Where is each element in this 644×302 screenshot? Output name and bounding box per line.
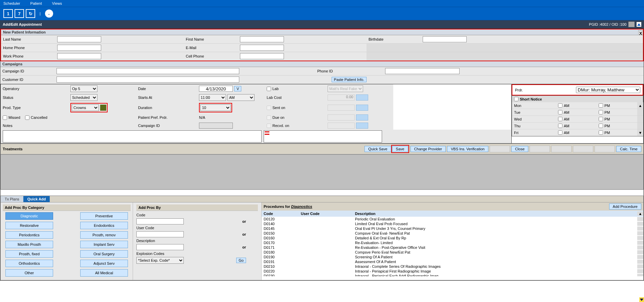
customer-id-input[interactable] xyxy=(57,77,239,83)
sched-scrollbar[interactable] xyxy=(637,109,643,116)
proc-scrollbar[interactable] xyxy=(637,264,643,268)
user-code-input[interactable] xyxy=(136,231,184,237)
sched-pm-checkbox[interactable] xyxy=(599,103,603,108)
category-button[interactable]: Diagnostic xyxy=(5,212,53,220)
proc-scrollbar[interactable] xyxy=(637,222,643,226)
category-button[interactable]: Preventive xyxy=(80,212,128,220)
duration-select[interactable]: 10 xyxy=(200,104,231,111)
procedure-row[interactable]: D0140Limited Oral Eval Prob Focused xyxy=(262,221,643,226)
starts-hour-select[interactable]: 11:00 xyxy=(199,94,226,101)
due-on-slot[interactable] xyxy=(356,114,368,121)
sched-am-checkbox[interactable] xyxy=(558,110,562,114)
proc-scrollbar[interactable] xyxy=(637,231,643,235)
lab-cost-slot[interactable] xyxy=(356,94,368,101)
category-button[interactable]: Implant Serv xyxy=(80,241,128,248)
expand-icon[interactable]: ⌄ xyxy=(45,9,53,18)
proc-scrollbar[interactable] xyxy=(637,274,643,276)
procedure-row[interactable]: D0171Re-Evaluation - Post-Operative Offi… xyxy=(262,245,643,250)
menu-scheduler[interactable]: Scheduler xyxy=(3,1,20,5)
proc-scrollbar[interactable] xyxy=(637,260,643,264)
procedure-row[interactable]: D0120Periodic Oral Evaluation xyxy=(262,217,643,221)
procedure-row[interactable]: D0160Detailed & Ext Oral Eval By Rp xyxy=(262,236,643,240)
procedure-row[interactable]: D0191Assessment Of A Patient xyxy=(262,259,643,264)
notes-textarea[interactable] xyxy=(3,130,262,143)
procedure-row[interactable]: D0170Re-Evaluation- Limited xyxy=(262,240,643,245)
proc-scrollbar[interactable] xyxy=(637,269,643,273)
tab-tx-plans[interactable]: Tx Plans xyxy=(1,196,23,202)
missed-checkbox[interactable] xyxy=(3,115,7,120)
category-button[interactable]: Adjunct Serv xyxy=(80,260,128,267)
add-procedure-button[interactable]: Add Procedure xyxy=(609,203,641,210)
category-button[interactable]: Oral Surgery xyxy=(80,250,128,258)
procedure-row[interactable]: D0210Intraoral - Complete Series Of Radi… xyxy=(262,264,643,269)
flag-box[interactable] xyxy=(264,130,382,143)
lab-checkbox[interactable] xyxy=(267,87,271,91)
proc-scrollbar[interactable] xyxy=(637,226,643,231)
first-name-input[interactable] xyxy=(240,36,284,42)
date-input[interactable] xyxy=(199,86,233,92)
sched-am-checkbox[interactable] xyxy=(558,117,562,121)
category-button[interactable]: Restorative xyxy=(5,222,53,229)
code-input[interactable] xyxy=(136,218,184,224)
procedure-row[interactable]: D0180Compsve Perio Eval New/Est Pat xyxy=(262,250,643,255)
phone-id-input[interactable] xyxy=(385,68,460,74)
proc-scrollbar[interactable] xyxy=(637,241,643,245)
procedure-row[interactable]: D0145Oral Eval Pt Under 3 Yrs, Counsel P… xyxy=(262,226,643,231)
change-provider-button[interactable]: Change Provider xyxy=(410,146,446,152)
day-view-icon[interactable]: 1 xyxy=(3,9,13,18)
collapse-up-icon[interactable] xyxy=(637,22,641,27)
category-button[interactable]: All Medical xyxy=(80,269,128,277)
sched-pm-checkbox[interactable] xyxy=(599,110,603,114)
proc-scrollbar[interactable] xyxy=(637,255,643,259)
sent-on-slot[interactable] xyxy=(356,105,368,111)
close-icon[interactable]: X xyxy=(638,30,643,35)
proc-scrollbar[interactable] xyxy=(637,245,643,250)
vbs-verification-button[interactable]: VBS Ins. Verification xyxy=(447,146,488,152)
sched-am-checkbox[interactable] xyxy=(558,130,562,135)
menu-patient[interactable]: Patient xyxy=(30,1,42,5)
procedure-row[interactable]: D0220Intraoral - Periapical First Radiog… xyxy=(262,269,643,274)
last-name-input[interactable] xyxy=(57,36,101,42)
sched-am-checkbox[interactable] xyxy=(558,124,562,128)
operatory-select[interactable]: Op 5 xyxy=(70,85,97,92)
date-v-button[interactable]: V xyxy=(234,86,241,91)
starts-ampm-select[interactable]: AM xyxy=(227,94,254,101)
home-phone-input[interactable] xyxy=(57,45,101,51)
proc-scrollbar[interactable] xyxy=(637,250,643,254)
prod-type-select[interactable]: Crowns xyxy=(72,104,99,111)
proc-scrollbar[interactable] xyxy=(637,217,643,221)
procedure-row[interactable]: D0190Screening Of A Patient xyxy=(262,255,643,259)
cancelled-checkbox[interactable] xyxy=(25,115,29,120)
print-icon[interactable] xyxy=(628,22,635,27)
cell-phone-input[interactable] xyxy=(240,53,284,59)
recvd-on-slot[interactable] xyxy=(356,123,368,129)
sched-pm-checkbox[interactable] xyxy=(599,124,603,128)
prdr-select[interactable]: DMur: Murray, Matthew xyxy=(576,87,640,93)
week-view-icon[interactable]: 7 xyxy=(15,9,24,18)
category-button[interactable]: Maxillo Prosth xyxy=(5,241,53,248)
sched-scrollbar[interactable]: ▼ xyxy=(637,129,643,136)
menu-views[interactable]: Views xyxy=(52,1,62,5)
quick-save-button[interactable]: Quick Save xyxy=(364,146,391,152)
status-select[interactable]: Scheduled xyxy=(70,94,97,101)
sched-scrollbar[interactable] xyxy=(637,123,643,129)
paste-patient-button[interactable]: Paste Patient Info. xyxy=(332,77,367,82)
tab-quick-add[interactable]: Quick Add xyxy=(23,196,50,202)
calc-time-button[interactable]: Calc. Time xyxy=(616,146,641,152)
procedure-row[interactable]: D0230Intraoral - Periapical Each Addl Ra… xyxy=(262,274,643,276)
sched-pm-checkbox[interactable] xyxy=(599,117,603,121)
short-notice-checkbox[interactable] xyxy=(514,97,518,101)
proc-scrollbar[interactable] xyxy=(637,236,643,240)
work-phone-input[interactable] xyxy=(57,53,101,59)
sched-scrollbar[interactable]: ▲ xyxy=(637,102,643,109)
go-button[interactable]: Go xyxy=(236,258,246,263)
refresh-icon[interactable]: ↻ xyxy=(26,9,35,18)
description-input[interactable] xyxy=(136,244,184,250)
save-button[interactable]: Save xyxy=(392,146,408,152)
explosion-select[interactable]: *Select Exp. Code* xyxy=(136,257,184,264)
close-button[interactable]: Close xyxy=(511,146,528,152)
category-button[interactable]: Prosth, fixed xyxy=(5,250,53,258)
category-button[interactable]: Endodontics xyxy=(80,222,128,229)
category-button[interactable]: Orthodontics xyxy=(5,260,53,267)
sched-scrollbar[interactable] xyxy=(637,116,643,123)
